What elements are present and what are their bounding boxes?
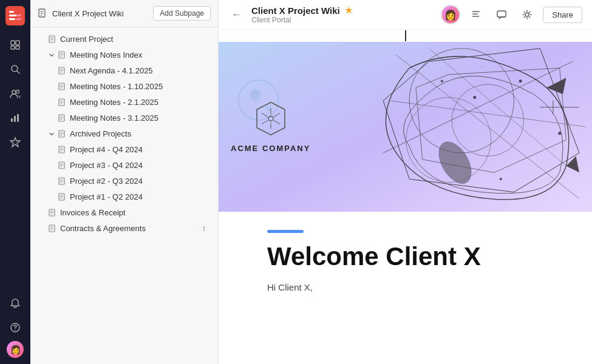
- search-nav-icon[interactable]: [4, 58, 26, 80]
- page-title: Client X Project Wiki: [251, 5, 340, 16]
- svg-line-11: [17, 71, 19, 73]
- sidebar-item-project-4[interactable]: Project #4 - Q4 2024: [34, 142, 214, 157]
- svg-rect-16: [17, 114, 19, 122]
- svg-marker-100: [383, 49, 579, 192]
- welcome-text: Hi Client X,: [267, 280, 543, 295]
- doc-icon: [49, 35, 56, 43]
- settings-button[interactable]: [517, 5, 537, 24]
- sidebar-item-meeting-notes-index[interactable]: Meeting Notes Index: [34, 47, 214, 62]
- breadcrumb: Client Portal: [251, 16, 353, 24]
- svg-point-78: [203, 230, 205, 231]
- star-nav-icon[interactable]: [4, 131, 26, 153]
- outline-view-button[interactable]: [466, 5, 486, 24]
- project-1-label: Project #1 - Q2 2024: [70, 192, 143, 201]
- doc-icon: [58, 193, 66, 201]
- sidebar-doc-icon: [38, 8, 47, 18]
- app-logo[interactable]: [5, 6, 25, 25]
- hero-banner: ACME COMPANY: [219, 42, 592, 212]
- svg-point-12: [12, 90, 16, 94]
- svg-point-89: [268, 116, 273, 121]
- svg-rect-15: [14, 116, 16, 122]
- icon-bar: 👩: [0, 0, 30, 364]
- sidebar-item-invoices[interactable]: Invoices & Receipt: [34, 205, 214, 220]
- sidebar-item-project-2[interactable]: Project #2 - Q3 2024: [34, 174, 214, 189]
- current-project-label: Current Project: [60, 35, 113, 44]
- svg-line-93: [274, 121, 280, 124]
- svg-rect-7: [16, 41, 19, 45]
- sidebar-item-meeting-notes-3[interactable]: Meeting Notes - 3.1.2025: [34, 110, 214, 126]
- main-content: ← Client X Project Wiki ★ Client Portal …: [219, 0, 592, 364]
- doc-icon: [49, 224, 56, 232]
- bell-nav-icon[interactable]: [4, 292, 26, 314]
- sidebar-item-project-3[interactable]: Project #3 - Q4 2024: [34, 158, 214, 173]
- svg-line-90: [262, 113, 268, 117]
- sidebar-nav: Current Project Meeting Notes Index: [30, 27, 218, 364]
- svg-line-91: [262, 121, 268, 124]
- sidebar: Client X Project Wiki Add Subpage Curren…: [30, 0, 219, 364]
- back-button[interactable]: ←: [228, 6, 245, 23]
- doc-icon: [58, 98, 66, 106]
- svg-point-19: [15, 329, 16, 331]
- svg-point-13: [16, 90, 19, 93]
- svg-point-86: [250, 90, 261, 101]
- archived-projects-label: Archived Projects: [70, 129, 131, 138]
- comments-button[interactable]: [492, 5, 511, 24]
- meeting-notes-2-label: Meeting Notes - 2.1.2025: [70, 98, 158, 107]
- sidebar-item-meeting-notes-1[interactable]: Meeting Notes - 1.10.2025: [34, 79, 214, 94]
- add-subpage-button[interactable]: Add Subpage: [153, 6, 211, 21]
- sidebar-item-current-project[interactable]: Current Project: [34, 32, 214, 47]
- svg-point-109: [473, 96, 475, 98]
- svg-rect-6: [11, 41, 15, 45]
- sidebar-item-contracts[interactable]: Contracts & Agreements: [34, 221, 214, 236]
- chart-nav-icon[interactable]: [4, 107, 26, 129]
- svg-point-83: [525, 13, 529, 16]
- project-2-label: Project #2 - Q3 2024: [70, 177, 143, 186]
- doc-icon: [58, 51, 66, 59]
- svg-marker-107: [566, 156, 579, 172]
- hexagon-icon: [256, 101, 286, 136]
- svg-point-77: [203, 228, 205, 229]
- svg-point-76: [203, 226, 205, 228]
- top-bar: ← Client X Project Wiki ★ Client Portal …: [219, 0, 592, 30]
- meeting-notes-3-label: Meeting Notes - 3.1.2025: [70, 113, 158, 123]
- user-avatar-topbar[interactable]: 👩: [441, 5, 460, 24]
- chevron-down-icon: [49, 52, 55, 58]
- svg-rect-4: [16, 15, 21, 16]
- company-name: ACME COMPANY: [231, 144, 310, 153]
- sidebar-item-meeting-notes-2[interactable]: Meeting Notes - 2.1.2025: [34, 95, 214, 110]
- help-nav-icon[interactable]: [4, 317, 26, 339]
- top-bar-left: ← Client X Project Wiki ★ Client Portal: [228, 5, 353, 24]
- doc-icon: [58, 146, 66, 153]
- svg-marker-88: [257, 103, 285, 135]
- sidebar-item-archived-projects[interactable]: Archived Projects: [34, 126, 214, 141]
- pages-nav-icon[interactable]: [4, 34, 26, 56]
- meeting-notes-index-label: Meeting Notes Index: [70, 50, 142, 59]
- user-avatar-bottom[interactable]: 👩: [7, 341, 24, 358]
- sidebar-title-area: Client X Project Wiki: [38, 8, 124, 18]
- svg-line-92: [274, 113, 280, 117]
- content-body: Welcome Client X Hi Client X,: [219, 212, 592, 319]
- svg-marker-17: [10, 138, 20, 147]
- svg-point-111: [441, 80, 443, 82]
- people-nav-icon[interactable]: [4, 83, 26, 104]
- breadcrumb-area: Client X Project Wiki ★ Client Portal: [251, 5, 353, 24]
- svg-rect-5: [16, 18, 21, 20]
- contracts-label: Contracts & Agreements: [60, 224, 146, 233]
- accent-bar: [267, 230, 304, 233]
- sidebar-item-project-1[interactable]: Project #1 - Q2 2024: [34, 189, 214, 204]
- chevron-down-icon-2: [49, 131, 55, 137]
- project-4-label: Project #4 - Q4 2024: [70, 145, 143, 154]
- doc-icon: [58, 177, 66, 185]
- svg-marker-101: [415, 68, 566, 172]
- next-agenda-label: Next Agenda - 4.1.2025: [70, 66, 153, 75]
- project-3-label: Project #3 - Q4 2024: [70, 161, 143, 170]
- favorite-star-icon[interactable]: ★: [345, 5, 353, 15]
- sidebar-item-next-agenda[interactable]: Next Agenda - 4.1.2025: [34, 63, 214, 78]
- svg-rect-3: [9, 18, 15, 20]
- svg-line-102: [396, 55, 579, 199]
- svg-rect-82: [497, 11, 506, 17]
- document-area[interactable]: ACME COMPANY: [219, 30, 592, 364]
- share-button[interactable]: Share: [543, 7, 582, 23]
- hero-artwork: [331, 42, 593, 212]
- doc-icon: [58, 114, 66, 122]
